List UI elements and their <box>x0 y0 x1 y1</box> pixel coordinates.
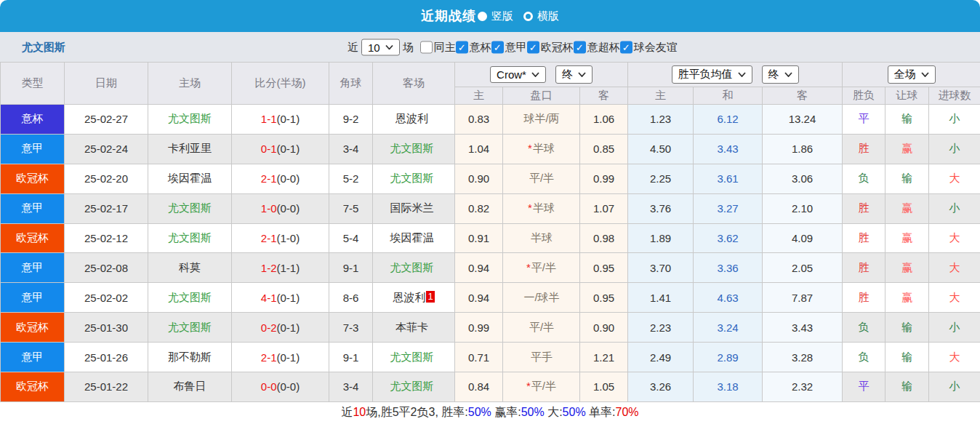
match-count-select[interactable]: 10 <box>361 39 400 55</box>
date-cell: 25-02-27 <box>65 105 148 135</box>
handicap-away-odds-cell: 1.21 <box>580 343 628 372</box>
goals-result-cell: 大 <box>929 253 980 283</box>
radio-vertical-label[interactable]: 竖版 <box>491 9 513 23</box>
handicap-odds-state-select[interactable]: 终 <box>555 65 593 84</box>
avg-draw-odds-cell: 3.18 <box>694 372 763 402</box>
summary-segment: 单率: <box>586 406 616 418</box>
avg-away-odds-cell: 4.09 <box>763 223 843 253</box>
away-team-name: 尤文图斯 <box>390 261 434 273</box>
chevron-down-icon <box>921 72 929 77</box>
europe-odds-type-value: 胜平负均值 <box>678 68 733 81</box>
wdl-result-cell: 负 <box>843 313 885 343</box>
home-team-cell: 尤文图斯 <box>148 193 232 223</box>
score-cell: 4-1(0-1) <box>232 283 329 313</box>
away-team-name: 恩波利 <box>393 291 425 303</box>
date-cell: 25-01-30 <box>65 313 148 343</box>
europe-odds-group-header: 胜平负均值 终 <box>628 63 843 87</box>
date-cell: 25-02-17 <box>65 193 148 223</box>
avg-away-odds-cell: 2.32 <box>763 372 843 402</box>
summary-segment: 场,胜5平2负3, 胜率: <box>366 406 467 418</box>
handicap-result-cell: 赢 <box>885 193 929 223</box>
checkbox-unchecked-icon[interactable] <box>420 41 433 53</box>
avg-home-odds-cell: 1.89 <box>628 223 694 253</box>
home-team-cell: 埃因霍温 <box>148 164 232 193</box>
handicap-line-cell: 平手 <box>503 343 580 372</box>
radio-vertical-layout-icon[interactable] <box>478 12 487 21</box>
bookmaker-select[interactable]: Crow* <box>490 66 546 83</box>
wdl-result-cell: 平 <box>843 105 885 135</box>
goals-result-cell: 大 <box>929 343 980 372</box>
league-filter-5[interactable]: ✓球会友谊 <box>620 40 678 54</box>
europe-odds-state-value: 终 <box>768 68 779 81</box>
table-row: 意甲 25-01-26 那不勒斯 2-1(0-1) 9-1 尤文图斯 0.71 … <box>1 343 980 372</box>
goals-result-cell: 小 <box>929 134 980 164</box>
page-title: 近期战绩 <box>421 7 476 25</box>
subcol-result-goals: 进球数 <box>929 87 980 105</box>
score-cell: 2-1(0-0) <box>232 164 329 193</box>
handicap-line-text: 半球 <box>533 142 555 154</box>
avg-home-odds-cell: 3.70 <box>628 253 694 283</box>
handicap-line-cell: *平/半 <box>503 253 580 283</box>
wdl-result-cell: 胜 <box>843 223 885 253</box>
filter-controls: 近 10 场 同主 ✓意杯✓意甲✓欧冠杯✓意超杯✓球会友谊 <box>348 39 678 55</box>
checkbox-checked-icon[interactable]: ✓ <box>527 41 539 53</box>
radio-horizontal-label[interactable]: 横版 <box>537 9 559 23</box>
date-cell: 25-02-08 <box>65 253 148 283</box>
handicap-result-cell: 赢 <box>885 253 929 283</box>
checkbox-checked-icon[interactable]: ✓ <box>456 41 468 53</box>
summary-segment: 近 <box>341 406 353 418</box>
score-halftime: (0-1) <box>277 351 300 364</box>
handicap-home-odds-cell: 0.83 <box>455 105 503 135</box>
league-filter-1[interactable]: ✓意杯 <box>456 40 491 54</box>
avg-home-odds-cell: 2.25 <box>628 164 694 193</box>
avg-away-odds-cell: 3.28 <box>763 343 843 372</box>
league-type-badge: 意杯 <box>1 105 65 135</box>
home-team-cell: 布鲁日 <box>148 372 232 402</box>
corner-cell: 8-6 <box>329 283 373 313</box>
handicap-star: * <box>528 201 532 214</box>
handicap-home-odds-cell: 1.04 <box>455 134 503 164</box>
score-halftime: (0-0) <box>277 202 300 215</box>
europe-odds-state-select[interactable]: 终 <box>762 65 799 84</box>
corner-cell: 9-1 <box>329 253 373 283</box>
avg-draw-odds-cell: 3.43 <box>694 134 763 164</box>
handicap-home-odds-cell: 0.91 <box>455 223 503 253</box>
handicap-result-cell: 赢 <box>885 134 929 164</box>
radio-horizontal-layout-icon[interactable] <box>523 12 533 21</box>
league-filter-4[interactable]: ✓意超杯 <box>574 40 620 54</box>
league-filter-3[interactable]: ✓欧冠杯 <box>527 40 574 54</box>
league-filter-list: ✓意杯✓意甲✓欧冠杯✓意超杯✓球会友谊 <box>456 40 678 54</box>
score-cell: 0-2(0-1) <box>232 313 329 343</box>
summary-text: 近10场,胜5平2负3, 胜率:50% 赢率:50% 大:50% 单率:70% <box>341 405 638 420</box>
score-cell: 1-2(1-1) <box>232 253 329 283</box>
checkbox-checked-icon[interactable]: ✓ <box>620 41 632 53</box>
score-halftime: (0-0) <box>277 380 300 393</box>
league-filter-2[interactable]: ✓意甲 <box>491 40 527 54</box>
result-scope-select[interactable]: 全场 <box>888 65 936 84</box>
avg-away-odds-cell: 1.86 <box>763 134 843 164</box>
score-halftime: (0-0) <box>277 172 300 185</box>
handicap-line-text: 平手 <box>531 351 553 363</box>
checkbox-checked-icon[interactable]: ✓ <box>491 41 504 53</box>
handicap-line-cell: 平/半 <box>503 164 580 193</box>
away-team-name: 国际米兰 <box>390 201 434 214</box>
summary-segment: 70% <box>616 406 639 418</box>
handicap-result-cell: 输 <box>885 372 929 402</box>
handicap-result-cell: 输 <box>885 105 929 135</box>
checkbox-checked-icon[interactable]: ✓ <box>574 41 586 53</box>
handicap-group-header: Crow* 终 <box>455 63 628 87</box>
league-type-badge: 意甲 <box>1 343 65 372</box>
results-tbody: 意杯 25-02-27 尤文图斯 1-1(0-1) 9-2 恩波利 0.83 球… <box>1 105 980 402</box>
handicap-result-cell: 赢 <box>885 283 929 313</box>
europe-odds-type-select[interactable]: 胜平负均值 <box>672 65 752 84</box>
chevron-down-icon <box>578 72 586 77</box>
table-row: 欧冠杯 25-02-20 埃因霍温 2-1(0-0) 5-2 尤文图斯 0.90… <box>1 164 980 193</box>
avg-away-odds-cell: 13.24 <box>763 105 843 135</box>
handicap-line-text: 平/半 <box>529 321 554 333</box>
near-label: 近 <box>348 40 358 54</box>
handicap-home-odds-cell: 0.94 <box>455 253 503 283</box>
date-cell: 25-01-22 <box>65 372 148 402</box>
same-home-filter[interactable]: 同主 <box>420 40 456 54</box>
avg-draw-odds-cell: 3.61 <box>694 164 763 193</box>
handicap-away-odds-cell: 1.06 <box>580 105 628 135</box>
